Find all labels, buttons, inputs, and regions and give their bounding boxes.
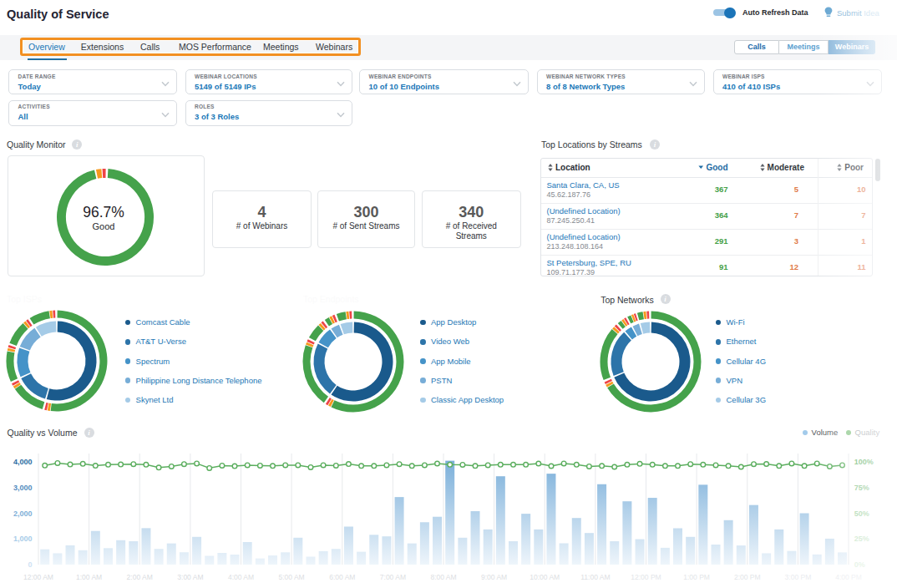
svg-text:9:00 AM: 9:00 AM [481, 573, 507, 581]
svg-text:3:00 PM: 3:00 PM [785, 573, 812, 581]
svg-text:8:00 AM: 8:00 AM [430, 573, 456, 581]
svg-text:1:00 AM: 1:00 AM [76, 573, 102, 581]
svg-text:10:00 AM: 10:00 AM [530, 573, 560, 581]
svg-text:3:00 AM: 3:00 AM [177, 573, 203, 581]
svg-text:0: 0 [28, 560, 32, 569]
svg-text:7:00 AM: 7:00 AM [380, 573, 406, 581]
svg-text:12:00 PM: 12:00 PM [631, 573, 661, 581]
svg-text:1,000: 1,000 [13, 535, 33, 543]
svg-text:1:00 PM: 1:00 PM [683, 573, 710, 581]
svg-text:2,000: 2,000 [13, 509, 33, 518]
svg-text:4:00 AM: 4:00 AM [228, 573, 254, 581]
svg-text:11:00 AM: 11:00 AM [580, 573, 610, 581]
svg-text:4,000: 4,000 [13, 458, 33, 466]
svg-text:12:00 AM: 12:00 AM [23, 573, 53, 581]
svg-text:2:00 AM: 2:00 AM [127, 573, 153, 581]
svg-text:3,000: 3,000 [13, 484, 33, 492]
svg-text:6:00 AM: 6:00 AM [329, 573, 355, 581]
svg-text:2:00 PM: 2:00 PM [734, 573, 761, 581]
svg-text:5:00 AM: 5:00 AM [279, 573, 305, 581]
